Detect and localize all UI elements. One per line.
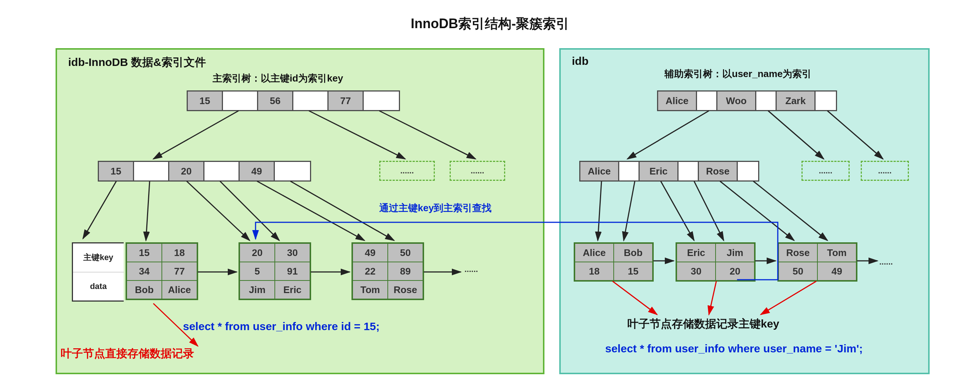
svg-line-18 [661,181,694,241]
panel-secondary-index: idb 辅助索引树：以user_name为索引 Alice Woo Zark A… [559,48,930,374]
svg-line-5 [187,181,250,241]
panel-primary-index: idb-InnoDB 数据&索引文件 主索引树：以主键id为索引key 15 5… [56,48,544,374]
sql-right: select * from user_info where user_name … [605,343,862,355]
leaf-block-1-right: Alice Bob 18 15 [574,242,654,282]
leaf-block-2-right: Eric Jim 30 20 [676,242,756,282]
svg-line-6 [220,181,279,241]
svg-line-2 [379,111,476,159]
svg-line-25 [612,281,657,315]
leaf-block-3-right: Rose Tom 50 49 [777,242,858,282]
leaf-block-2-left: 20 30 5 91 Jim Eric [239,242,311,300]
note-leaf-left: 叶子节点直接存储数据记录 [61,346,194,361]
svg-line-8 [290,181,394,241]
svg-line-26 [709,281,716,315]
panel-left-title: idb-InnoDB 数据&索引文件 [68,55,206,70]
svg-line-14 [768,111,824,159]
leaf-ellipsis-right: ...... [879,257,893,267]
svg-line-27 [761,281,816,315]
svg-line-3 [83,181,116,239]
leaf-label-box: 主键key data [72,242,124,301]
note-leaf-right: 叶子节点存储数据记录主键key [627,316,779,331]
svg-line-16 [598,181,601,241]
svg-line-20 [720,181,794,241]
ghost-node-r2: ...... [861,161,909,181]
ghost-node-1: ...... [379,161,435,181]
svg-line-21 [753,181,827,241]
leaf-ellipsis-left: ...... [465,265,478,274]
svg-line-15 [827,111,883,159]
btree-root-left: 15 56 77 [187,91,400,111]
btree-mid-left: 15 20 49 [98,161,311,182]
ghost-node-r1: ...... [802,161,850,181]
svg-line-17 [624,181,635,241]
leaf-block-3-left: 49 50 22 89 Tom Rose [352,242,424,300]
panel-left-subtitle: 主索引树：以主键id为索引key [213,72,343,85]
diagram-title: InnoDB索引结构-聚簇索引 [0,15,980,33]
note-lookup-path: 通过主键key到主索引查找 [379,202,512,215]
svg-line-7 [257,181,364,241]
btree-mid-right: Alice Eric Rose [579,161,759,182]
panel-right-title: idb [572,55,589,67]
leaf-block-1-left: 15 18 34 77 Bob Alice [126,242,198,300]
svg-line-4 [146,181,150,241]
svg-line-1 [309,111,405,159]
svg-line-0 [153,111,239,159]
btree-root-right: Alice Woo Zark [657,91,837,111]
ghost-node-2: ...... [450,161,505,181]
svg-line-19 [694,181,724,241]
svg-line-13 [627,111,709,159]
sql-left: select * from user_info where id = 15; [183,320,380,333]
panel-right-subtitle: 辅助索引树：以user_name为索引 [665,67,811,80]
